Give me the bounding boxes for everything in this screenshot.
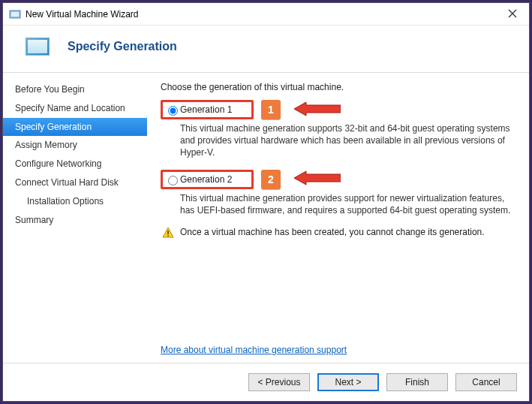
content-pane: Choose the generation of this virtual ma… <box>147 73 529 363</box>
generation-1-label[interactable]: Generation 1 <box>180 104 232 115</box>
arrow-icon <box>294 170 341 188</box>
wizard-header-icon <box>26 38 50 56</box>
svg-rect-6 <box>167 235 169 237</box>
option-row-1: Generation 1 1 <box>161 100 515 119</box>
sidebar-step[interactable]: Connect Virtual Hard Disk <box>3 173 147 192</box>
sidebar-step[interactable]: Before You Begin <box>3 80 147 99</box>
svg-marker-3 <box>294 171 341 185</box>
generation-2-highlight: Generation 2 <box>161 170 254 189</box>
generation-2-radio[interactable] <box>168 176 178 185</box>
finish-button[interactable]: Finish <box>386 373 448 391</box>
sidebar-step[interactable]: Assign Memory <box>3 136 147 155</box>
svg-rect-1 <box>11 12 19 17</box>
warning-icon <box>162 227 174 239</box>
wizard-window: New Virtual Machine Wizard Specify Gener… <box>2 2 530 402</box>
sidebar-step[interactable]: Specify Generation <box>3 118 147 137</box>
app-icon <box>9 8 21 20</box>
sidebar-step[interactable]: Summary <box>3 211 147 230</box>
svg-marker-2 <box>294 102 341 116</box>
callout-badge-1: 1 <box>261 100 281 119</box>
previous-button[interactable]: < Previous <box>248 373 310 391</box>
callout-badge-2: 2 <box>261 170 281 189</box>
svg-rect-5 <box>167 231 169 234</box>
generation-2-description: This virtual machine generation provides… <box>180 192 515 216</box>
help-link-row: More about virtual machine generation su… <box>161 345 347 355</box>
warning-row: Once a virtual machine has been created,… <box>162 227 515 239</box>
generation-1-description: This virtual machine generation supports… <box>180 122 515 159</box>
page-title: Specify Generation <box>68 40 177 53</box>
window-title: New Virtual Machine Wizard <box>26 9 139 20</box>
generation-2-label[interactable]: Generation 2 <box>180 174 232 185</box>
titlebar: New Virtual Machine Wizard <box>3 3 529 26</box>
next-button[interactable]: Next > <box>317 373 379 391</box>
sidebar-step[interactable]: Installation Options <box>3 192 147 211</box>
sidebar-step[interactable]: Configure Networking <box>3 155 147 173</box>
generation-1-highlight: Generation 1 <box>161 100 254 119</box>
wizard-body: Before You BeginSpecify Name and Locatio… <box>3 72 529 363</box>
wizard-header: Specify Generation <box>3 26 529 72</box>
close-icon[interactable] <box>502 8 523 20</box>
sidebar: Before You BeginSpecify Name and Locatio… <box>3 73 147 363</box>
cancel-button[interactable]: Cancel <box>455 373 517 391</box>
option-row-2: Generation 2 2 <box>161 170 515 189</box>
warning-text: Once a virtual machine has been created,… <box>180 227 485 237</box>
sidebar-step[interactable]: Specify Name and Location <box>3 99 147 118</box>
help-link[interactable]: More about virtual machine generation su… <box>161 345 347 355</box>
arrow-icon <box>294 101 341 119</box>
intro-text: Choose the generation of this virtual ma… <box>161 82 515 92</box>
generation-1-radio[interactable] <box>168 106 178 116</box>
wizard-footer: < Previous Next > Finish Cancel <box>3 363 529 401</box>
